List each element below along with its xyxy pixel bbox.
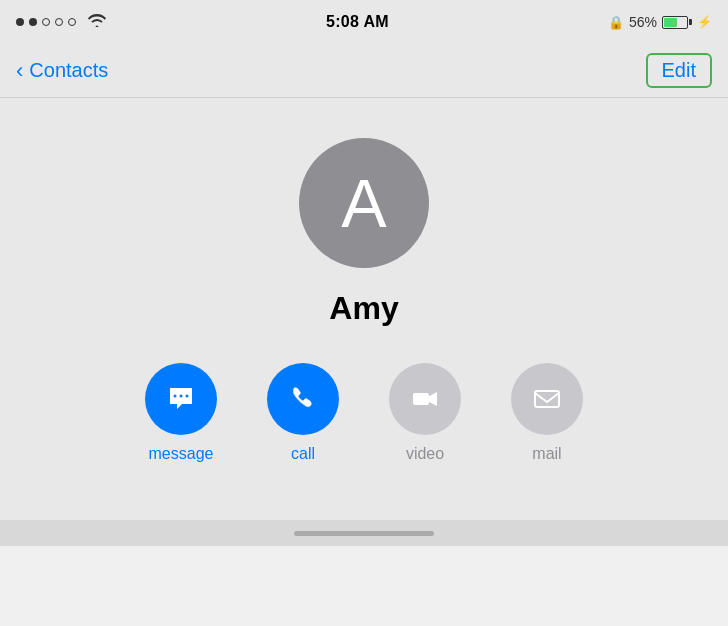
charging-icon: ⚡ xyxy=(697,15,712,29)
scroll-bar xyxy=(294,531,434,536)
signal-dot-4 xyxy=(55,18,63,26)
lock-icon: 🔒 xyxy=(608,15,624,30)
mail-icon xyxy=(530,382,564,416)
mail-action[interactable]: mail xyxy=(511,363,583,463)
phone-icon xyxy=(286,382,320,416)
svg-rect-5 xyxy=(535,391,559,407)
scroll-indicator xyxy=(0,520,728,546)
mail-label: mail xyxy=(532,445,561,463)
message-icon xyxy=(164,382,198,416)
contact-detail-view: A Amy message call xyxy=(0,98,728,546)
video-label: video xyxy=(406,445,444,463)
avatar: A xyxy=(299,138,429,268)
svg-rect-4 xyxy=(413,393,429,405)
svg-point-1 xyxy=(174,395,177,398)
call-button[interactable] xyxy=(267,363,339,435)
call-label: call xyxy=(291,445,315,463)
battery-area: 🔒 56% ⚡ xyxy=(608,14,712,30)
video-icon xyxy=(408,382,442,416)
message-label: message xyxy=(149,445,214,463)
svg-point-3 xyxy=(186,395,189,398)
svg-point-2 xyxy=(180,395,183,398)
navigation-bar: ‹ Contacts Edit xyxy=(0,44,728,98)
time-display: 5:08 AM xyxy=(326,13,389,31)
battery-indicator xyxy=(662,16,692,29)
mail-button[interactable] xyxy=(511,363,583,435)
back-button[interactable]: ‹ Contacts xyxy=(16,59,108,82)
message-action[interactable]: message xyxy=(145,363,217,463)
signal-dot-1 xyxy=(16,18,24,26)
back-chevron-icon: ‹ xyxy=(16,60,23,82)
edit-button[interactable]: Edit xyxy=(646,53,712,88)
signal-dot-3 xyxy=(42,18,50,26)
contact-name: Amy xyxy=(329,290,398,327)
back-label: Contacts xyxy=(29,59,108,82)
avatar-initial: A xyxy=(341,164,386,242)
battery-percent: 56% xyxy=(629,14,657,30)
actions-row: message call video xyxy=(0,363,728,463)
call-action[interactable]: call xyxy=(267,363,339,463)
signal-dot-5 xyxy=(68,18,76,26)
signal-area xyxy=(16,13,107,31)
message-button[interactable] xyxy=(145,363,217,435)
video-button[interactable] xyxy=(389,363,461,435)
video-action[interactable]: video xyxy=(389,363,461,463)
bottom-area xyxy=(0,546,728,626)
status-bar: 5:08 AM 🔒 56% ⚡ xyxy=(0,0,728,44)
wifi-icon xyxy=(87,13,107,31)
signal-dot-2 xyxy=(29,18,37,26)
